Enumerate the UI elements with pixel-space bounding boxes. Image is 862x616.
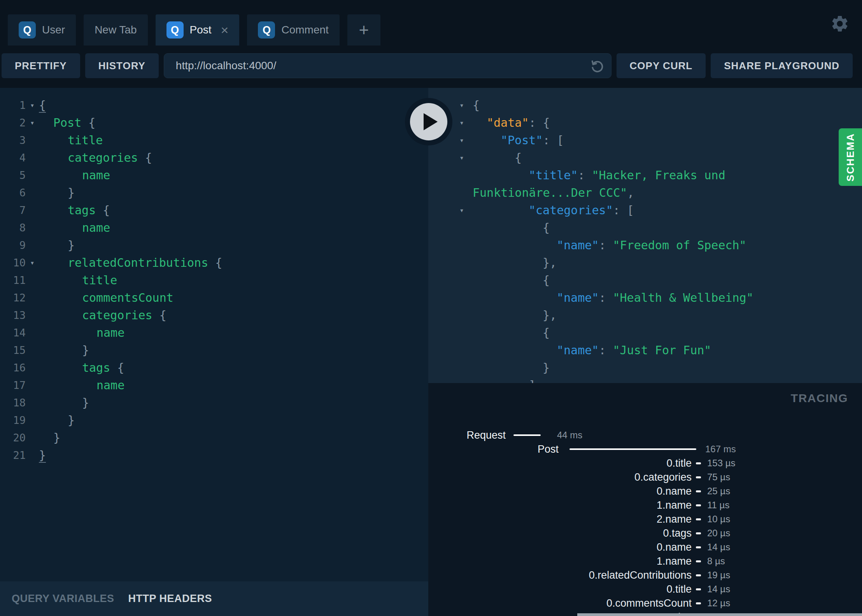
trace-resolver-row: 0.tags20 µs [428, 526, 862, 540]
resolver-dash [692, 476, 705, 478]
horizontal-scrollbar[interactable] [577, 613, 862, 616]
fold-arrow-icon[interactable] [26, 289, 39, 306]
endpoint-url-input[interactable] [164, 53, 611, 78]
resolver-time: 10 µs [707, 514, 730, 525]
fold-arrow-icon[interactable]: ▾ [26, 254, 39, 271]
fold-arrow-icon[interactable]: ▾ [451, 131, 473, 149]
fold-arrow-icon[interactable]: ▾ [451, 96, 473, 114]
fold-arrow-icon[interactable] [26, 359, 39, 376]
query-badge-icon: Q [258, 21, 275, 38]
response-line: { [428, 271, 862, 289]
resolver-time: 12 µs [707, 598, 730, 609]
fold-arrow-icon[interactable]: ▾ [26, 96, 39, 114]
trace-row-request: Request 44 ms [428, 428, 862, 442]
fold-arrow-icon[interactable]: ▾ [26, 114, 39, 131]
fold-arrow-icon[interactable] [26, 149, 39, 166]
close-tab-icon[interactable]: × [221, 23, 229, 37]
execute-button-inner [410, 103, 447, 140]
trace-row-post: Post 167 ms [428, 442, 862, 456]
tab-user[interactable]: Q User [8, 14, 76, 46]
copy-curl-button[interactable]: COPY CURL [617, 53, 706, 78]
query-variables-tab[interactable]: QUERY VARIABLES [12, 593, 114, 605]
fold-arrow-icon[interactable] [451, 289, 473, 306]
trace-resolver-row: 0.name25 µs [428, 484, 862, 498]
line-number: 5 [0, 166, 26, 184]
fold-arrow-icon[interactable] [451, 306, 473, 324]
fold-arrow-icon[interactable] [451, 341, 473, 359]
fold-arrow-icon[interactable] [26, 446, 39, 464]
fold-arrow-icon[interactable] [451, 166, 473, 184]
line-number: 7 [0, 201, 26, 219]
fold-arrow-icon[interactable] [26, 306, 39, 324]
trace-bar [513, 434, 541, 436]
tab-comment[interactable]: Q Comment [247, 14, 339, 46]
response-line: }, [428, 254, 862, 271]
editor-line: 1▾{ [0, 96, 428, 114]
resolver-dash [692, 532, 705, 534]
editor-line: 3title [0, 131, 428, 149]
fold-arrow-icon[interactable] [26, 236, 39, 254]
resolver-path: 0.name [428, 541, 692, 553]
fold-arrow-icon[interactable] [451, 359, 473, 376]
fold-arrow-icon[interactable] [26, 394, 39, 411]
fold-arrow-icon[interactable] [451, 184, 473, 201]
history-button[interactable]: HISTORY [85, 53, 159, 78]
tab-strip: Q User New Tab Q Post × Q Comment + [0, 0, 862, 46]
fold-arrow-icon[interactable] [26, 429, 39, 446]
settings-gear-icon[interactable] [830, 14, 850, 33]
resolver-time: 25 µs [707, 486, 730, 497]
fold-arrow-icon[interactable] [26, 411, 39, 429]
tab-new-tab[interactable]: New Tab [84, 14, 147, 46]
response-line: { [428, 324, 862, 341]
resolver-path: 0.tags [428, 527, 692, 539]
tab-label: Post [190, 24, 212, 36]
editor-line: 14name [0, 324, 428, 341]
query-editor[interactable]: 1▾{ 2▾Post { 3title 4categories { 5name … [0, 88, 428, 581]
http-headers-tab[interactable]: HTTP HEADERS [128, 593, 212, 605]
fold-arrow-icon[interactable] [26, 201, 39, 219]
fold-arrow-icon[interactable] [451, 236, 473, 254]
schema-sidebar-tab[interactable]: SCHEMA [839, 128, 862, 186]
line-number: 9 [0, 236, 26, 254]
editor-line: 12commentsCount [0, 289, 428, 306]
fold-arrow-icon[interactable] [26, 166, 39, 184]
fold-arrow-icon[interactable]: ▾ [451, 149, 473, 166]
tab-label: Comment [281, 24, 328, 36]
toolbar: PRETTIFY HISTORY COPY CURL SHARE PLAYGRO… [2, 53, 853, 78]
resolver-path: 0.commentsCount [428, 597, 692, 609]
response-line: "name": "Freedom of Speech" [428, 236, 862, 254]
fold-arrow-icon[interactable] [451, 324, 473, 341]
share-playground-button[interactable]: SHARE PLAYGROUND [711, 53, 853, 78]
trace-label: Post [428, 443, 559, 455]
fold-arrow-icon[interactable] [26, 376, 39, 394]
resolver-path: 2.name [428, 513, 692, 525]
editor-line: 7tags { [0, 201, 428, 219]
fold-arrow-icon[interactable] [26, 341, 39, 359]
resolver-path: 1.name [428, 555, 692, 567]
fold-arrow-icon[interactable] [26, 131, 39, 149]
fold-arrow-icon[interactable] [451, 254, 473, 271]
fold-arrow-icon[interactable]: ▾ [451, 201, 473, 219]
resolver-time: 8 µs [707, 556, 725, 567]
prettify-button[interactable]: PRETTIFY [2, 53, 80, 78]
reload-schema-icon[interactable] [590, 58, 604, 73]
fold-arrow-icon[interactable] [451, 219, 473, 236]
response-line: "title": "Hacker, Freaks und [428, 166, 862, 184]
execute-button[interactable] [405, 98, 452, 145]
fold-arrow-icon[interactable] [451, 271, 473, 289]
line-number: 21 [0, 446, 26, 464]
add-tab-button[interactable]: + [347, 14, 380, 46]
resolver-path: 0.categories [428, 471, 692, 483]
editor-line: 5name [0, 166, 428, 184]
trace-resolver-row: 0.commentsCount12 µs [428, 596, 862, 610]
resolver-dash [692, 560, 705, 562]
fold-arrow-icon[interactable] [26, 324, 39, 341]
fold-arrow-icon[interactable] [26, 219, 39, 236]
fold-arrow-icon[interactable] [26, 184, 39, 201]
response-line: Funktionäre...Der CCC", [428, 184, 862, 201]
tab-post[interactable]: Q Post × [156, 14, 240, 46]
resolver-path: 1.name [428, 499, 692, 511]
fold-arrow-icon[interactable] [26, 271, 39, 289]
tracing-title: TRACING [791, 392, 848, 405]
fold-arrow-icon[interactable]: ▾ [451, 114, 473, 131]
